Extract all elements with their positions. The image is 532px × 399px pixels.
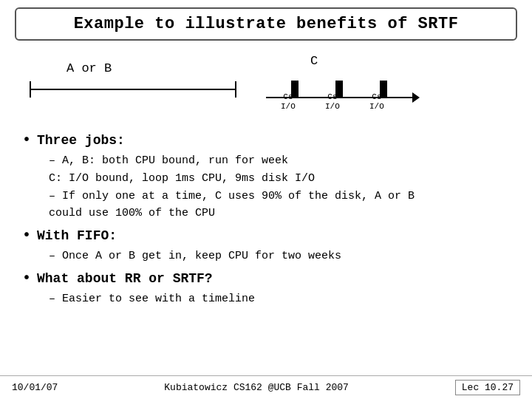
ab-line-area (22, 78, 244, 100)
c-timeline-area: CsI/O CsI/O CsI/O (266, 71, 429, 112)
main-content: Example to illustrate benefits of SRTF A… (0, 0, 532, 375)
bullet-2-sub-1: – Once A or B get in, keep CPU for two w… (49, 248, 510, 265)
bullet-3-main: • What about RR or SRTF? (22, 267, 510, 290)
footer-date: 10/01/07 (12, 382, 58, 393)
c-label-1: CsI/O (281, 92, 296, 112)
c-label-3: CsI/O (369, 92, 384, 112)
footer-lec: Lec 10.27 (455, 380, 520, 395)
ab-label: A or B (66, 61, 112, 75)
c-timeline: CsI/O CsI/O CsI/O (266, 71, 429, 112)
bullet-1-sub-3: – If only one at a time, C uses 90% of t… (49, 188, 510, 205)
tick-right (235, 81, 236, 98)
bullets-area: • Three jobs: – A, B: both CPU bound, ru… (15, 126, 517, 371)
diagram-area: A or B C (15, 54, 517, 120)
c-arrow (412, 92, 420, 103)
bullet-1-text: Three jobs: (37, 131, 125, 151)
bullet-1-sub-4: could use 100% of the CPU (49, 205, 510, 222)
bullet-1-sub-1: – A, B: both CPU bound, run for week (49, 153, 510, 169)
ab-horiz-line (30, 89, 236, 90)
ab-timeline (30, 78, 236, 100)
c-label-2: CsI/O (325, 92, 340, 112)
bullet-3-sub-1: – Easier to see with a timeline (49, 291, 510, 307)
bullet-2-text: With FIFO: (37, 226, 117, 246)
c-label: C (310, 54, 318, 68)
ab-timeline-container: A or B (22, 54, 251, 100)
bullet-2-main: • With FIFO: (22, 225, 510, 247)
footer-center: Kubiatowicz CS162 @UCB Fall 2007 (164, 382, 349, 393)
bullet-1-dot: • (22, 129, 31, 151)
c-timeline-container: C CsI/O CsI/O CsI/O (266, 54, 429, 112)
bullet-1-main: • Three jobs: (22, 129, 510, 151)
bullet-1-sub-2: C: I/O bound, loop 1ms CPU, 9ms disk I/O (49, 171, 510, 187)
slide-title: Example to illustrate benefits of SRTF (15, 7, 517, 41)
footer: 10/01/07 Kubiatowicz CS162 @UCB Fall 200… (0, 375, 532, 399)
bullet-2-dot: • (22, 225, 31, 247)
bullet-3-text: What about RR or SRTF? (37, 269, 213, 289)
bullet-3-dot: • (22, 267, 31, 290)
